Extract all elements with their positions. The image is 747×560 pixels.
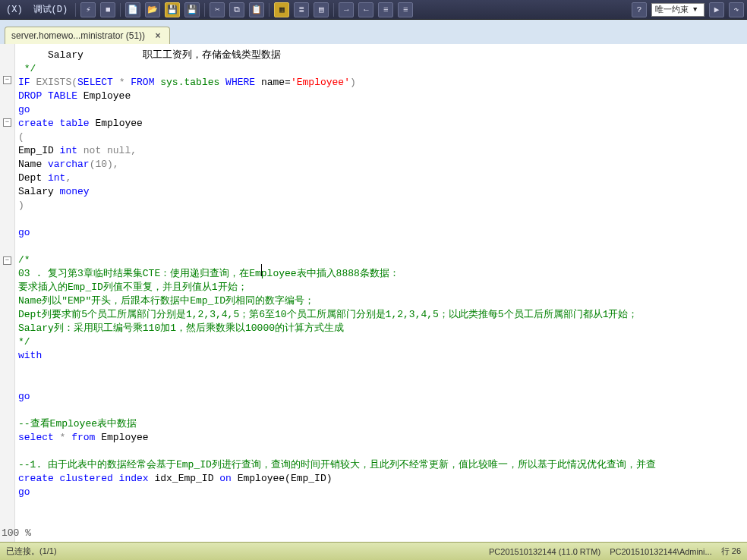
uncomment-icon[interactable]: ≡ [398, 2, 413, 17]
code-text: 03 . 复习第3章临时结果集CTE：使用递归查询，在Employee表中插入8… [18, 268, 399, 279]
code-text: varchar [48, 159, 90, 170]
code-text: Salary [18, 186, 60, 197]
code-text: Name [18, 159, 48, 170]
code-text: Employee(Emp_ID) [232, 473, 333, 484]
display-results-icon[interactable]: ▦ [274, 2, 289, 17]
open-icon[interactable]: 📂 [145, 2, 160, 17]
code-text: SELECT [77, 77, 113, 88]
code-text: 要求插入的Emp_ID列值不重复，并且列值从1开始； [18, 282, 247, 293]
login-user: PC201510132144\Admini... [610, 547, 712, 556]
save-all-icon[interactable]: 💾 [184, 2, 200, 17]
code-text: money [60, 186, 90, 197]
code-text: go [18, 104, 30, 115]
code-text: Emp_ID [18, 145, 60, 156]
code-text: * [113, 77, 131, 88]
code-text: , [65, 172, 71, 184]
stop-icon[interactable]: ■ [100, 2, 115, 17]
toolbar-sep [269, 3, 269, 17]
code-text: Name列以"EMP"开头，后跟本行数据中Emp_ID列相同的数字编号； [18, 295, 314, 307]
close-icon[interactable]: × [153, 30, 163, 41]
debug-step-icon[interactable]: ↷ [729, 2, 744, 17]
code-text: DROP TABLE [18, 90, 77, 102]
code-text: Employee [95, 432, 148, 443]
code-text: */ [18, 336, 30, 348]
code-text: (10), [90, 159, 119, 170]
document-tabstrip: server.homewo...ministrator (51)) × [0, 20, 747, 44]
menu-debug[interactable]: 调试(D) [30, 3, 71, 16]
fold-toggle-icon[interactable]: − [3, 118, 11, 127]
chevron-down-icon: ▼ [693, 6, 697, 14]
toolbar-sep [120, 3, 121, 17]
code-text: 职工工资列，存储金钱类型数据 [84, 49, 281, 61]
paste-icon[interactable]: 📋 [249, 2, 264, 17]
code-text: sys.tables [154, 77, 225, 88]
new-query-icon[interactable]: 📄 [125, 2, 140, 17]
code-text: * [54, 432, 71, 443]
cut-icon[interactable]: ✂ [210, 2, 225, 17]
status-bar: 已连接。(1/1) PC201510132144 (11.0 RTM) PC20… [0, 542, 747, 560]
code-text: go [18, 391, 30, 402]
toolbar-sep [204, 3, 205, 17]
code-text: from [71, 432, 95, 443]
code-text: --1. 由于此表中的数据经常会基于Emp_ID列进行查询，查询的时间开销较大，… [18, 459, 656, 470]
comment-icon[interactable]: ≡ [378, 2, 393, 17]
zoom-level[interactable]: 100 % [2, 527, 31, 540]
copy-icon[interactable]: ⧉ [229, 2, 244, 17]
results-file-icon[interactable]: ▤ [314, 2, 329, 17]
results-text-icon[interactable]: ≣ [294, 2, 309, 17]
connect-icon[interactable]: ⚡ [80, 2, 96, 17]
indent-icon[interactable]: → [339, 2, 354, 17]
code-text: go [18, 227, 30, 238]
code-text: Dept列要求前5个员工所属部门分别是1,2,3,4,5；第6至10个员工所属部… [18, 309, 638, 320]
code-text: create clustered index [18, 473, 149, 484]
code-text: with [18, 350, 42, 361]
code-text: idx_Emp_ID [149, 473, 220, 484]
text-cursor [261, 264, 262, 276]
code-text: ( [18, 131, 24, 143]
code-text: Dept [18, 172, 48, 184]
document-tab[interactable]: server.homewo...ministrator (51)) × [5, 27, 170, 44]
toolbar-sep [75, 3, 76, 17]
code-text: FROM [131, 77, 154, 88]
toolbar-sep [333, 3, 334, 17]
combo-value: 唯一约束 [655, 4, 689, 15]
code-text: ) [350, 77, 356, 88]
menu-window[interactable]: (X) [3, 5, 26, 15]
code-text: --查看Employee表中数据 [18, 418, 137, 429]
code-text: ) [18, 200, 24, 211]
tab-title: server.homewo...ministrator (51)) [11, 30, 145, 41]
editor-gutter: − − − [0, 44, 15, 542]
code-text: /* [18, 254, 30, 266]
code-text: on [219, 473, 232, 484]
code-text: Salary列：采用职工编号乘110加1，然后乘数乘以10000的计算方式生成 [18, 322, 344, 334]
help-icon[interactable]: ? [632, 2, 647, 17]
code-text: int [60, 145, 77, 156]
code-text: Employee [77, 90, 131, 102]
code-text: Salary [18, 49, 84, 61]
code-text: not null, [77, 145, 137, 156]
connection-status: 已连接。(1/1) [6, 546, 57, 557]
code-text: int [48, 172, 65, 184]
code-text: 'Employee' [291, 77, 350, 88]
save-icon[interactable]: 💾 [165, 2, 180, 17]
fold-toggle-icon[interactable]: − [3, 256, 11, 265]
code-text: go [18, 486, 30, 498]
sql-editor[interactable]: − − − Salary 职工工资列，存储金钱类型数据 */ IF EXISTS… [0, 44, 747, 542]
main-toolbar: (X) 调试(D) ⚡ ■ 📄 📂 💾 💾 ✂ ⧉ 📋 ▦ ≣ ▤ → ← ≡ … [0, 0, 747, 20]
execute-icon[interactable]: ▶ [709, 2, 724, 17]
code-text: create table [18, 118, 90, 129]
code-text: IF [18, 77, 30, 88]
code-text: EXISTS( [30, 77, 77, 88]
server-name: PC201510132144 (11.0 RTM) [489, 547, 600, 556]
code-text: Employee [90, 118, 143, 129]
code-text: select [18, 432, 54, 443]
constraint-combo[interactable]: 唯一约束 ▼ [651, 3, 704, 17]
outdent-icon[interactable]: ← [358, 2, 374, 17]
code-text: name= [255, 77, 291, 88]
cursor-line: 行 26 [721, 546, 741, 557]
code-text: */ [18, 63, 36, 74]
fold-toggle-icon[interactable]: − [3, 76, 11, 84]
code-text: WHERE [225, 77, 255, 88]
